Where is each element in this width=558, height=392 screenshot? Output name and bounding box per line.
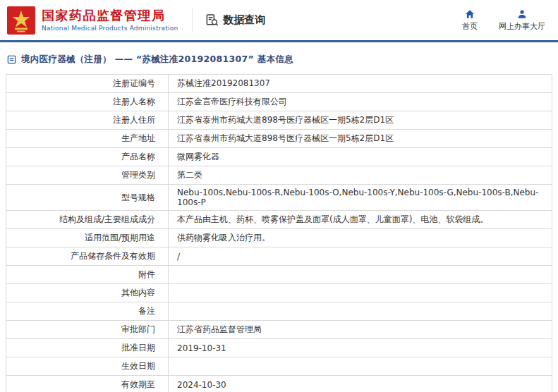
field-label: 有效期至 bbox=[6, 376, 169, 392]
field-label: 审批部门 bbox=[6, 321, 169, 339]
header-divider bbox=[192, 8, 193, 32]
module-title: 数据查询 bbox=[223, 13, 265, 27]
field-value: / bbox=[169, 247, 552, 266]
registration-detail-table: 注册证编号 苏械注准20192081307 注册人名称 江苏金言帝医疗科技有限公… bbox=[6, 74, 552, 392]
field-label: 产品储存条件及有效期 bbox=[6, 247, 169, 266]
field-value bbox=[169, 302, 552, 321]
table-row: 附件 bbox=[6, 266, 552, 284]
field-label: 结构及组成/主要组成成分 bbox=[6, 211, 169, 229]
data-query-icon bbox=[205, 13, 219, 27]
field-value: Nebu-100s,Nebu-100s-R,Nebu-100s-O,Nebu-1… bbox=[169, 185, 552, 211]
field-label: 注册证编号 bbox=[6, 75, 169, 93]
table-row: 注册证编号 苏械注准20192081307 bbox=[6, 75, 552, 93]
nav-home-label: 首页 bbox=[462, 21, 478, 32]
field-value: 江苏省泰州市药城大道898号医疗器械区一期5栋2层D1区 bbox=[169, 111, 552, 130]
table-row: 管理类别 第二类 bbox=[6, 166, 552, 185]
module-title-group: 数据查询 bbox=[205, 13, 265, 27]
table-row: 生效日期 bbox=[6, 357, 552, 376]
table-row: 注册人住所 江苏省泰州市药城大道898号医疗器械区一期5栋2层D1区 bbox=[6, 111, 552, 130]
field-label: 批准日期 bbox=[6, 339, 169, 357]
field-label: 生产地址 bbox=[6, 130, 169, 148]
national-emblem-icon bbox=[7, 6, 35, 35]
field-value: 供药物雾化吸入治疗用。 bbox=[169, 229, 552, 247]
field-label: 管理类别 bbox=[6, 166, 169, 185]
field-value: 微网雾化器 bbox=[169, 148, 552, 166]
field-label: 生效日期 bbox=[6, 357, 169, 376]
field-label: 型号规格 bbox=[6, 185, 169, 211]
nav-service-hall-label: 网上办事大厅 bbox=[499, 21, 545, 32]
field-value bbox=[169, 357, 552, 376]
user-icon bbox=[517, 9, 527, 19]
agency-brand: 国家药品监督管理局 National Medical Products Admi… bbox=[7, 6, 178, 35]
field-value: 本产品由主机、药杯、喷雾保护盖及面罩(成人面罩、儿童面罩)、电池、软袋组成。 bbox=[169, 211, 552, 229]
field-value bbox=[169, 284, 552, 302]
field-label: 备注 bbox=[6, 302, 169, 321]
home-icon bbox=[465, 9, 475, 19]
field-label: 其他内容 bbox=[6, 284, 169, 302]
nav-home[interactable]: 首页 bbox=[462, 9, 478, 32]
field-value: 第二类 bbox=[169, 166, 552, 185]
breadcrumb: 境内医疗器械（注册） —— “苏械注准20192081307” 基本信息 bbox=[0, 42, 558, 74]
field-label: 注册人住所 bbox=[6, 111, 169, 130]
breadcrumb-text: 境内医疗器械（注册） —— “苏械注准20192081307” 基本信息 bbox=[21, 54, 293, 66]
header-nav: 首页 网上办事大厅 bbox=[462, 9, 548, 32]
table-row: 备注 bbox=[6, 302, 552, 321]
agency-name-cn: 国家药品监督管理局 bbox=[42, 8, 178, 23]
table-row: 适用范围/预期用途 供药物雾化吸入治疗用。 bbox=[6, 229, 552, 247]
table-row: 产品名称 微网雾化器 bbox=[6, 148, 552, 166]
field-label: 适用范围/预期用途 bbox=[6, 229, 169, 247]
field-value: 江苏省泰州市药城大道898号医疗器械区一期5栋2层D1区 bbox=[169, 130, 552, 148]
field-label: 注册人名称 bbox=[6, 93, 169, 111]
table-row: 审批部门 江苏省药品监督管理局 bbox=[6, 321, 552, 339]
table-row: 其他内容 bbox=[6, 284, 552, 302]
field-value: 江苏金言帝医疗科技有限公司 bbox=[169, 93, 552, 111]
table-row: 生产地址 江苏省泰州市药城大道898号医疗器械区一期5栋2层D1区 bbox=[6, 130, 552, 148]
table-row: 注册人名称 江苏金言帝医疗科技有限公司 bbox=[6, 93, 552, 111]
field-value: 苏械注准20192081307 bbox=[169, 75, 552, 93]
table-row: 结构及组成/主要组成成分 本产品由主机、药杯、喷雾保护盖及面罩(成人面罩、儿童面… bbox=[6, 211, 552, 229]
document-icon bbox=[7, 55, 16, 64]
field-label: 产品名称 bbox=[6, 148, 169, 166]
table-row: 产品储存条件及有效期 / bbox=[6, 247, 552, 266]
field-value bbox=[169, 266, 552, 284]
field-label: 附件 bbox=[6, 266, 169, 284]
table-row: 型号规格 Nebu-100s,Nebu-100s-R,Nebu-100s-O,N… bbox=[6, 185, 552, 211]
table-row: 有效期至 2024-10-30 bbox=[6, 376, 552, 392]
field-value: 江苏省药品监督管理局 bbox=[169, 321, 552, 339]
nav-service-hall[interactable]: 网上办事大厅 bbox=[499, 9, 545, 32]
agency-name-en: National Medical Products Administration bbox=[42, 25, 178, 32]
field-value: 2024-10-30 bbox=[169, 376, 552, 392]
field-value: 2019-10-31 bbox=[169, 339, 552, 357]
site-header: 国家药品监督管理局 National Medical Products Admi… bbox=[0, 0, 558, 40]
table-row: 批准日期 2019-10-31 bbox=[6, 339, 552, 357]
agency-titles: 国家药品监督管理局 National Medical Products Admi… bbox=[42, 8, 178, 32]
